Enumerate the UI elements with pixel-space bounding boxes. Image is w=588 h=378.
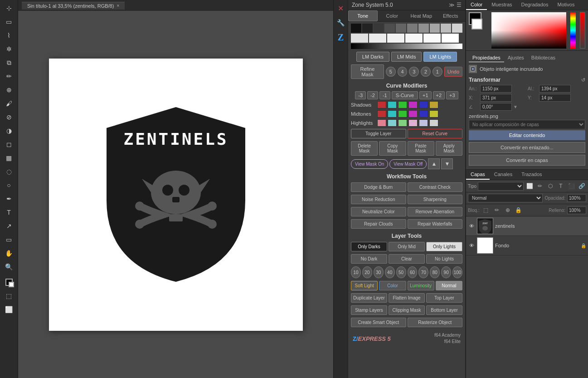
shadow-yellow-swatch[interactable] xyxy=(429,101,438,108)
shadow-red-swatch[interactable] xyxy=(377,101,386,108)
document-tab[interactable]: Sin título-1 al 33,5% (zentinels, RGB/8)… xyxy=(22,2,125,10)
tab-effects[interactable]: Effects xyxy=(436,10,466,21)
mid-magenta-swatch[interactable] xyxy=(408,110,418,118)
num-20[interactable]: 20 xyxy=(362,266,372,278)
repair-waterfalls-btn[interactable]: Repair Waterfalls xyxy=(408,219,463,229)
mid-green-swatch[interactable] xyxy=(398,110,407,118)
swatch-14[interactable] xyxy=(405,34,423,43)
screen-mode-tool[interactable]: ⬜ xyxy=(2,303,16,316)
num-40[interactable]: 40 xyxy=(385,266,395,278)
mask-up-btn[interactable]: ▲ xyxy=(428,158,440,169)
layer-icon-2[interactable]: ✏ xyxy=(535,182,544,191)
swatch-1[interactable] xyxy=(351,24,361,33)
shadow-green-swatch[interactable] xyxy=(398,101,407,108)
tools-icon[interactable]: 🔧 xyxy=(335,16,347,29)
swatch-5[interactable] xyxy=(396,24,406,33)
eraser-tool[interactable]: ◻ xyxy=(2,138,16,151)
remove-aberration-btn[interactable]: Remove Aberration xyxy=(408,207,463,216)
opacity-input[interactable] xyxy=(567,194,586,202)
lm-lights-btn[interactable]: LM Lights xyxy=(423,52,457,62)
shape-tool[interactable]: ▭ xyxy=(2,233,16,246)
paste-mask-btn[interactable]: Paste Mask xyxy=(408,141,434,156)
no-lights-btn[interactable]: No Lights xyxy=(426,254,462,264)
hi-neutral-swatch[interactable] xyxy=(429,119,438,127)
tab-propiedades[interactable]: Propiedades xyxy=(469,54,504,62)
shadow-magenta-swatch[interactable] xyxy=(408,101,418,108)
swatch-8[interactable] xyxy=(430,24,440,33)
toggle-layer-btn[interactable]: Toggle Layer xyxy=(351,129,406,138)
num-60[interactable]: 60 xyxy=(408,266,418,278)
brush-tool[interactable]: 🖌 xyxy=(2,97,16,110)
tab-canales[interactable]: Canales xyxy=(490,170,517,180)
no-dark-btn[interactable]: No Dark xyxy=(351,254,387,264)
num-100[interactable]: 100 xyxy=(452,266,462,278)
tab-motivos[interactable]: Motivos xyxy=(553,0,579,10)
tab-capas[interactable]: Capas xyxy=(466,170,490,180)
layer-icon-4[interactable]: T xyxy=(556,182,565,191)
mid-red-swatch[interactable] xyxy=(377,110,386,118)
tab-close-btn[interactable]: × xyxy=(117,3,119,8)
crop-tool[interactable]: ⧉ xyxy=(2,56,16,69)
zone-expand-btn[interactable]: ≫ xyxy=(449,2,455,8)
view-mask-off-btn[interactable]: View Mask Off xyxy=(389,159,427,169)
contrast-check-btn[interactable]: Contrast Check xyxy=(408,182,463,192)
mask-down-btn[interactable]: ▼ xyxy=(441,158,453,169)
hi-cyan-swatch[interactable] xyxy=(388,119,397,127)
sharpening-btn[interactable]: Sharpening xyxy=(408,195,463,204)
tab-tone[interactable]: Tone xyxy=(348,10,378,21)
num-50[interactable]: 50 xyxy=(396,266,406,278)
refine-num-4[interactable]: 4 xyxy=(398,67,408,77)
layer-comp-select[interactable]: No aplicar composición de capas xyxy=(469,120,585,129)
dodge-tool[interactable]: ○ xyxy=(2,179,16,191)
swatch-9[interactable] xyxy=(441,24,451,33)
background-color-swatch[interactable] xyxy=(471,19,482,29)
swatch-11[interactable] xyxy=(351,34,368,43)
swatch-3[interactable] xyxy=(374,24,384,33)
copy-mask-btn[interactable]: Copy Mask xyxy=(379,141,406,156)
refine-mask-btn[interactable]: Refine Mask xyxy=(351,64,384,79)
swatch-10[interactable] xyxy=(452,24,462,33)
pen-tool[interactable]: ✒ xyxy=(2,192,16,205)
clipping-mask-btn[interactable]: Clipping Mask xyxy=(389,305,425,315)
dodge-burn-btn[interactable]: Dodge & Burn xyxy=(351,182,406,192)
noise-reduction-btn[interactable]: Noise Reduction xyxy=(351,195,406,204)
rotate-input[interactable] xyxy=(480,103,512,111)
num-90[interactable]: 90 xyxy=(441,266,451,278)
only-lights-btn[interactable]: Only Lights xyxy=(426,242,462,251)
close-panel-icon[interactable]: ✕ xyxy=(335,2,347,15)
only-darks-btn[interactable]: Only Darks xyxy=(351,242,387,251)
normal-btn[interactable]: Normal xyxy=(436,281,462,290)
lm-darks-btn[interactable]: LM Darks xyxy=(356,52,389,62)
refine-num-5[interactable]: 5 xyxy=(386,67,396,77)
tab-muestras[interactable]: Muestras xyxy=(487,0,516,10)
convert-layers-btn[interactable]: Convertir en capas xyxy=(469,155,585,166)
type-tool[interactable]: T xyxy=(2,206,16,219)
create-smart-object-btn[interactable]: Create Smart Object xyxy=(351,318,406,327)
zoom-tool[interactable]: 🔍 xyxy=(2,260,16,273)
top-layer-btn[interactable]: Top Layer xyxy=(426,293,462,303)
lasso-tool[interactable]: ⌇ xyxy=(2,29,16,42)
num-70[interactable]: 70 xyxy=(418,266,428,278)
eyedropper-tool[interactable]: ✏ xyxy=(2,70,16,83)
history-tool[interactable]: ◑ xyxy=(2,124,16,137)
num-30[interactable]: 30 xyxy=(374,266,384,278)
hand-tool[interactable]: ✋ xyxy=(2,247,16,260)
hi-green-swatch[interactable] xyxy=(398,119,407,127)
layer-icon-1[interactable]: ⬜ xyxy=(525,182,534,191)
layer-icon-3[interactable]: ⬡ xyxy=(546,182,555,191)
spot-heal-tool[interactable]: ⊕ xyxy=(2,83,16,96)
move-tool[interactable]: ⊹ xyxy=(2,2,16,15)
layers-tipo-select[interactable] xyxy=(478,182,524,191)
edit-content-btn[interactable]: Editar contenido xyxy=(469,130,585,140)
duplicate-layer-btn[interactable]: Duplicate Layer xyxy=(351,293,387,303)
fg-bg-color[interactable] xyxy=(2,276,16,289)
color-blend-btn[interactable]: Color xyxy=(379,281,406,290)
alpha-bar[interactable] xyxy=(580,12,585,49)
height-input[interactable] xyxy=(539,85,571,93)
hi-blue-swatch[interactable] xyxy=(419,119,428,127)
view-mask-on-btn[interactable]: View Mask On xyxy=(351,159,388,169)
lock-image-btn[interactable]: ✏ xyxy=(492,206,501,215)
blend-mode-select[interactable]: Normal xyxy=(468,194,543,202)
refine-undo-btn[interactable]: Undo xyxy=(444,67,462,77)
neutralize-color-btn[interactable]: Neutralize Color xyxy=(351,207,406,216)
